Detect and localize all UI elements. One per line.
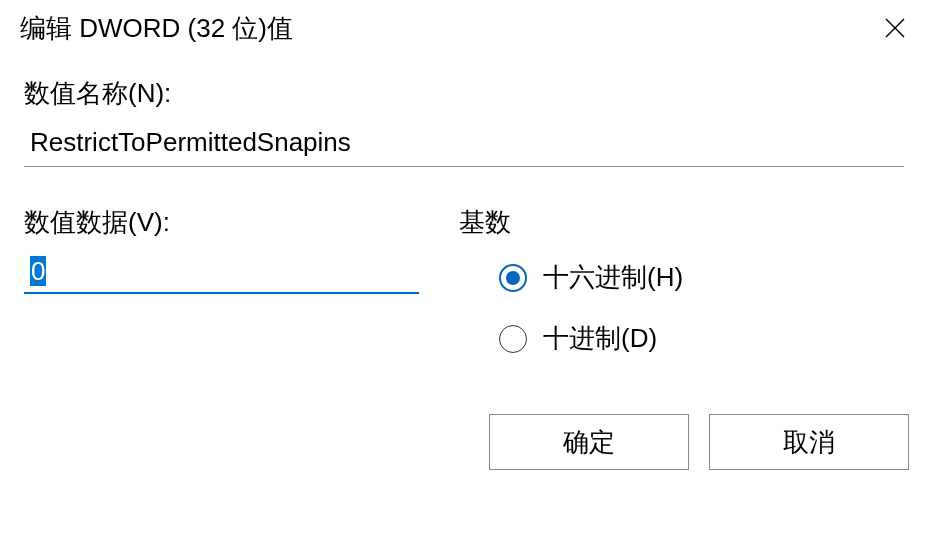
value-data-label: 数值数据(V): [24, 205, 419, 240]
value-data-selected: 0 [30, 256, 46, 286]
value-data-input[interactable]: 0 [24, 250, 419, 294]
radio-dot-icon [506, 271, 520, 285]
radio-dec-label: 十进制(D) [543, 321, 657, 356]
titlebar: 编辑 DWORD (32 位)值 [0, 0, 935, 56]
radix-group: 十六进制(H) 十进制(D) [459, 260, 911, 356]
ok-button[interactable]: 确定 [489, 414, 689, 470]
value-name-label: 数值名称(N): [24, 76, 911, 111]
dialog-title: 编辑 DWORD (32 位)值 [20, 11, 293, 46]
radio-hex[interactable]: 十六进制(H) [499, 260, 911, 295]
close-icon [883, 16, 907, 40]
radio-dec-circle [499, 325, 527, 353]
value-name-input[interactable] [24, 121, 904, 167]
cancel-button[interactable]: 取消 [709, 414, 909, 470]
dialog-content: 数值名称(N): 数值数据(V): 0 基数 十六进制(H) 十进制(D) [0, 56, 935, 494]
radio-hex-label: 十六进制(H) [543, 260, 683, 295]
button-row: 确定 取消 [24, 414, 911, 470]
radio-hex-circle [499, 264, 527, 292]
close-button[interactable] [875, 8, 915, 48]
radio-dec[interactable]: 十进制(D) [499, 321, 911, 356]
radix-legend: 基数 [459, 205, 911, 240]
